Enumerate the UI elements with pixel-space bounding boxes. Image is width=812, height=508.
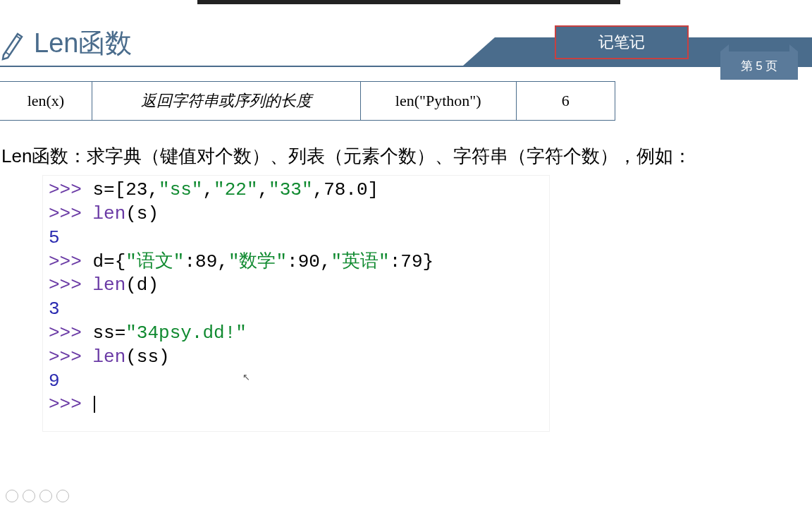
slide-header: Len函数 记笔记 第 5 页 — [0, 21, 812, 67]
tool-circle-icon[interactable] — [23, 490, 35, 502]
tool-circle-icon[interactable] — [56, 490, 69, 502]
page-number-tab: 第 5 页 — [720, 52, 798, 80]
mouse-cursor-icon: ↖ — [242, 372, 250, 382]
repl-prompt: >>> — [49, 274, 92, 296]
code-output: 5 — [49, 226, 543, 250]
description-text: Len函数：求字典（键值对个数）、列表（元素个数）、字符串（字符个数），例如： — [0, 140, 812, 171]
text-cursor — [94, 396, 95, 413]
tool-circle-icon[interactable] — [6, 490, 18, 502]
code-line: >>> s=[23,"ss","22","33",78.0] — [49, 179, 543, 202]
repl-prompt: >>> — [49, 179, 92, 200]
slide-title: Len函数 — [34, 25, 132, 61]
cell-result: 6 — [516, 82, 615, 121]
header-angle-deco — [463, 37, 495, 66]
repl-prompt: >>> — [49, 203, 92, 224]
cell-example: len("Python") — [360, 82, 516, 121]
take-notes-button[interactable]: 记笔记 — [555, 25, 689, 59]
top-dark-bar — [197, 0, 620, 4]
repl-prompt: >>> — [49, 346, 92, 368]
code-line: >>> d={"语文":89,"数学":90,"英语":79} — [49, 250, 543, 274]
table-row: len(x) 返回字符串或序列的长度 len("Python") 6 — [0, 82, 615, 121]
repl-prompt: >>> — [49, 251, 92, 272]
code-line: >>> len(s) — [49, 202, 543, 226]
code-line: >>> len(ss) — [49, 346, 543, 370]
code-line: >>> len(d) — [49, 274, 543, 298]
code-line: >>> — [49, 393, 543, 417]
cell-syntax: len(x) — [0, 82, 92, 121]
pencil-icon — [0, 24, 28, 63]
code-output: 9 — [49, 370, 543, 394]
code-output: 3 — [49, 298, 543, 322]
repl-prompt: >>> — [49, 322, 92, 344]
code-block: >>> s=[23,"ss","22","33",78.0] >>> len(s… — [42, 175, 550, 432]
footer-toolbar — [6, 490, 69, 502]
tool-circle-icon[interactable] — [39, 490, 52, 502]
cell-desc: 返回字符串或序列的长度 — [92, 82, 360, 121]
code-line: >>> ss="34psy.dd!" — [49, 322, 543, 346]
len-info-table: len(x) 返回字符串或序列的长度 len("Python") 6 — [0, 81, 615, 121]
repl-prompt: >>> — [49, 394, 92, 415]
